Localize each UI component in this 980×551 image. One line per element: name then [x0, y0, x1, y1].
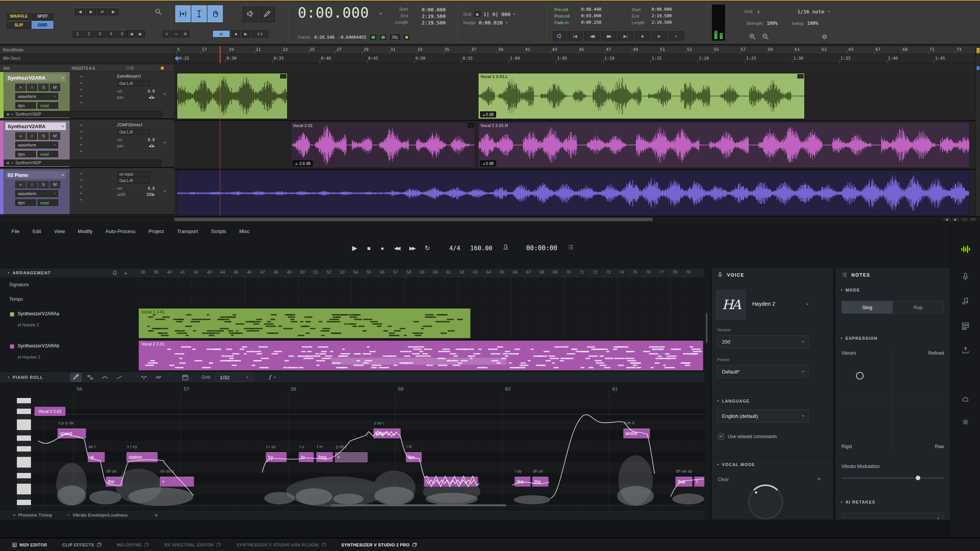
- insert-slot-dot[interactable]: [80, 199, 82, 201]
- grid2-caret-icon[interactable]: ▾: [828, 10, 830, 13]
- insert-slot-dot[interactable]: [80, 186, 82, 187]
- track-name[interactable]: SynthszrV2ARA▾: [5, 74, 66, 82]
- pianoroll-note-area[interactable]: speeds p iy dxatae tthedh axstations t e…: [31, 398, 704, 510]
- postroll-label[interactable]: Post-roll: [554, 14, 578, 18]
- track-instrument-bar[interactable]: ▣▸SynthszrVSt2P: [4, 111, 162, 117]
- track-b-voice[interactable]: ⇄ Hayden 2: [18, 355, 40, 360]
- record-arm-button[interactable]: ●: [15, 83, 26, 91]
- record-button[interactable]: ●: [381, 245, 384, 251]
- statusbar-item[interactable]: SYNTHESIZER V STUDIO ARA PLUGIN: [236, 543, 326, 547]
- track-list-icon[interactable]: ▤▤: [3, 66, 10, 70]
- expression-collapse-icon[interactable]: ▾: [841, 336, 843, 340]
- insert-slot-dot[interactable]: [80, 89, 82, 90]
- tab-transient-left-button[interactable]: ◀: [127, 30, 136, 37]
- zoom-preset-button[interactable]: 5: [117, 30, 127, 37]
- pianoroll-hscrollbar[interactable]: [331, 504, 506, 506]
- pencil-tool-button[interactable]: [260, 5, 275, 22]
- mode-collapse-icon[interactable]: ▾: [841, 288, 843, 292]
- expression-pad[interactable]: Vibrant Refined Rigid Raw: [839, 348, 946, 452]
- grid-dots-icon[interactable]: ▦: [474, 11, 480, 17]
- track-volume[interactable]: vol0.0: [117, 186, 155, 191]
- record-arm-button[interactable]: ●: [15, 181, 26, 188]
- track-volume[interactable]: vol0.0: [117, 89, 155, 93]
- fast-forward-button[interactable]: ▶▶: [601, 31, 616, 41]
- track-header[interactable]: SynthszrV2ARA▾●ISMwaveform▾dynreadExtrnl…: [0, 72, 174, 119]
- track-b-name[interactable]: SynthesizerV2ARAb: [18, 343, 59, 349]
- input-monitor-button[interactable]: I: [27, 83, 37, 91]
- arrangement-vscrollbar[interactable]: [706, 313, 707, 343]
- track-automation-mode[interactable]: read: [38, 151, 58, 157]
- statusbar-item[interactable]: SYNTHESIZER V STUDIO 2 PRO: [341, 543, 417, 547]
- track-name[interactable]: 02 Piano▾: [5, 171, 66, 179]
- track-volume[interactable]: vol0.0: [117, 138, 155, 142]
- fast-forward-button[interactable]: ▶▶: [409, 245, 415, 251]
- edit-clip-area[interactable]: ~ Vocal 1 2-01.L ~ ◢0 dB Vocal 2-01 ~ ◢-…: [174, 72, 980, 216]
- input-monitor-button[interactable]: I: [27, 181, 37, 188]
- menu-item[interactable]: Misc: [239, 227, 250, 236]
- step-input-icon[interactable]: [567, 244, 574, 252]
- clip-gain-badge[interactable]: ◢0 dB: [480, 111, 496, 117]
- track-pan[interactable]: ◂100100▸: [117, 192, 155, 197]
- grid-size-select[interactable]: 1/32▾: [215, 373, 253, 382]
- solo-button[interactable]: S: [38, 132, 49, 140]
- spot-mode-button[interactable]: SPOT: [32, 12, 53, 20]
- arrangement-bell-icon[interactable]: [112, 270, 118, 277]
- mute-button[interactable]: M: [50, 83, 60, 91]
- grid-mode-button[interactable]: GRID: [32, 21, 53, 29]
- track-pan[interactable]: pan◂0▸: [117, 144, 155, 148]
- clip-piano[interactable]: [177, 171, 970, 216]
- sel-length[interactable]: 2:19.500: [412, 20, 446, 26]
- scroll-right-button[interactable]: ▶: [86, 8, 96, 15]
- zoom-in-icon[interactable]: [749, 33, 756, 42]
- sel-start[interactable]: 0:00.000: [412, 7, 446, 13]
- note-value-icon[interactable]: ♪: [757, 8, 760, 15]
- insert-slot-dot[interactable]: [80, 173, 82, 174]
- metronome-button[interactable]: [553, 31, 566, 41]
- preroll-label[interactable]: Pre-roll: [554, 7, 578, 12]
- tab-vibrato-envelope[interactable]: ~Vibrato Envelope/Loudness: [67, 513, 128, 517]
- pianoroll-viewport-indicator[interactable]: [332, 358, 506, 365]
- arrangement-collapse-icon[interactable]: ▾: [8, 271, 10, 275]
- menu-item[interactable]: Auto-Process: [106, 227, 136, 236]
- tab-phoneme-timing[interactable]: ≈Phoneme Timing: [13, 513, 52, 517]
- play-button[interactable]: ▶: [352, 244, 357, 252]
- vocal-mode-add-icon[interactable]: +: [817, 475, 821, 482]
- menu-item[interactable]: Edit: [33, 227, 41, 236]
- grid2-value[interactable]: 1/16 note: [797, 9, 824, 15]
- scrubber-tool-button[interactable]: [243, 5, 258, 22]
- dynamics-panel-icon[interactable]: f: [268, 374, 271, 381]
- track-pan[interactable]: pan◂0▸: [117, 95, 155, 99]
- clip-vocal2a[interactable]: Vocal 2-01 ~ ◢-3.8 dB: [291, 122, 475, 168]
- clip-fade-icon[interactable]: ~: [468, 123, 474, 127]
- track-header[interactable]: 02 Piano▾●ISMwaveform▾dynreadno inputOut…: [0, 169, 174, 215]
- zoom-tool-icon[interactable]: [154, 8, 163, 18]
- insertion-follows-button[interactable]: ▶: [242, 30, 250, 37]
- clip-vocal1[interactable]: Vocal 1 2-01.L ~ ◢0 dB: [478, 73, 805, 119]
- bars-beats-ruler[interactable]: Bars|Beats 51719212325272931333537394143…: [0, 46, 980, 54]
- slip-mode-button[interactable]: SLIP: [7, 21, 31, 29]
- track-output-selector[interactable]: Out L-R: [117, 81, 150, 86]
- track-automation-mode[interactable]: read: [38, 199, 58, 206]
- insert-slot-dot[interactable]: [80, 102, 82, 103]
- track-output-selector[interactable]: Out L-R: [117, 129, 150, 135]
- trim-tool-button[interactable]: [175, 5, 191, 22]
- stop-button[interactable]: ■: [635, 31, 650, 41]
- statusbar-item[interactable]: CLIP EFFECTS: [62, 543, 101, 547]
- solo-button[interactable]: S: [38, 83, 49, 91]
- main-counter[interactable]: 0:00.000: [298, 5, 369, 21]
- track-instrument-plugin[interactable]: ExtrnlMorphr1: [117, 74, 157, 78]
- sidebar-library-icon[interactable]: [961, 321, 970, 331]
- zoom-toggle-button[interactable]: ⇄: [97, 8, 107, 15]
- zoom-out-icon[interactable]: [762, 33, 769, 42]
- track-name[interactable]: SynthszrV2ARA▾: [5, 122, 66, 130]
- arrangement-clip-vocal2[interactable]: Vocal 2 2-01: [139, 341, 703, 370]
- loop-edit-button[interactable]: ⊕: [181, 30, 189, 37]
- insert-slot-dot[interactable]: [80, 144, 82, 145]
- vibrato-wave-tool[interactable]: [153, 373, 164, 382]
- vibrato-modulation-slider[interactable]: [841, 478, 944, 479]
- expression-handle[interactable]: [856, 372, 864, 380]
- toolbar-gear-icon[interactable]: [821, 33, 828, 42]
- rewind-button[interactable]: ◀◀: [394, 245, 399, 251]
- mode-sing-button[interactable]: Sing: [842, 301, 893, 313]
- ai-retakes-partial-control[interactable]: ▾: [841, 513, 944, 520]
